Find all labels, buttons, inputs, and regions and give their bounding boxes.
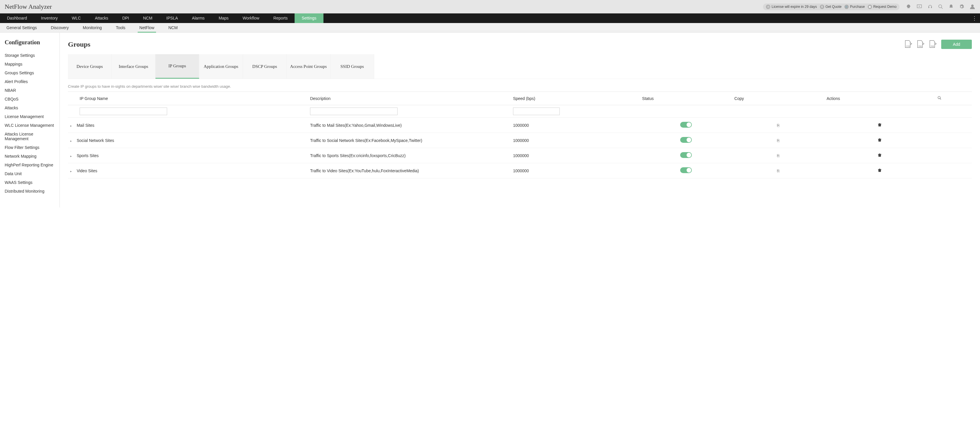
- table-row: ▸ Video Sites Traffic to Video Sites(Ex:…: [68, 163, 972, 178]
- sidebar-item-highperf-reporting-engine[interactable]: HighPerf Reporting Engine: [5, 160, 55, 169]
- sidebar-item-wlc-license-management[interactable]: WLC License Management: [5, 121, 55, 130]
- license-expiry[interactable]: ◷ License will expire in 29 days: [766, 5, 817, 9]
- export-xml2-icon[interactable]: XML: [929, 40, 937, 49]
- tab-dscp-groups[interactable]: DSCP Groups: [243, 54, 287, 79]
- headset-icon[interactable]: [928, 4, 933, 10]
- search-icon[interactable]: [938, 4, 943, 10]
- sidebar-item-attacks-license-management[interactable]: Attacks License Management: [5, 130, 55, 143]
- sidebar-item-waas-settings[interactable]: WAAS Settings: [5, 178, 55, 187]
- col-copy-header[interactable]: Copy: [732, 92, 824, 105]
- export-xml-icon[interactable]: XML: [917, 40, 925, 49]
- sidebar-item-mappings[interactable]: Mappings: [5, 60, 55, 68]
- user-icon[interactable]: [969, 4, 975, 10]
- get-quote-link[interactable]: $ Get Quote: [820, 5, 842, 9]
- filter-description-input[interactable]: [310, 108, 398, 115]
- tab-ssid-groups[interactable]: SSID Groups: [331, 54, 374, 79]
- nav-item-settings[interactable]: Settings: [294, 13, 323, 23]
- get-quote-text: Get Quote: [826, 5, 842, 9]
- sidebar-item-network-mapping[interactable]: Network Mapping: [5, 152, 55, 160]
- col-speed-header[interactable]: Speed (bps): [511, 92, 640, 105]
- sidebar-item-data-unit[interactable]: Data Unit: [5, 169, 55, 178]
- sidebar-item-alert-profiles[interactable]: Alert Profiles: [5, 77, 55, 86]
- status-toggle[interactable]: [680, 167, 692, 173]
- tab-device-groups[interactable]: Device Groups: [68, 54, 112, 79]
- page-actions: CSV XML XML Add: [904, 40, 972, 49]
- copy-icon[interactable]: ⎘: [777, 168, 780, 173]
- filter-speed-input[interactable]: [513, 108, 560, 115]
- subnav-item-ncm[interactable]: NCM: [167, 23, 180, 33]
- bell-icon[interactable]: [948, 4, 954, 10]
- col-status-header[interactable]: Status: [640, 92, 732, 105]
- delete-icon[interactable]: [878, 138, 882, 143]
- nav-item-ncm[interactable]: NCM: [136, 13, 159, 23]
- table-search-icon[interactable]: [937, 96, 942, 101]
- delete-icon[interactable]: [878, 122, 882, 128]
- nav-item-attacks[interactable]: Attacks: [88, 13, 115, 23]
- tab-access-point-groups[interactable]: Access Point Groups: [287, 54, 331, 79]
- export-csv-icon[interactable]: CSV: [904, 40, 913, 49]
- nav-item-dashboard[interactable]: Dashboard: [0, 13, 34, 23]
- sidebar-item-attacks[interactable]: Attacks: [5, 103, 55, 112]
- gear-icon[interactable]: [959, 4, 964, 10]
- tab-interface-groups[interactable]: Interface Groups: [112, 54, 156, 79]
- expand-icon[interactable]: ▸: [70, 170, 73, 173]
- copy-icon[interactable]: ⎘: [777, 123, 780, 128]
- nav-item-reports[interactable]: Reports: [266, 13, 294, 23]
- svg-point-2: [939, 5, 942, 8]
- subnav-item-netflow[interactable]: NetFlow: [138, 23, 156, 33]
- add-button[interactable]: Add: [941, 40, 972, 49]
- col-actions-header[interactable]: Actions: [824, 92, 935, 105]
- col-description-header[interactable]: Description: [308, 92, 511, 105]
- nav-item-inventory[interactable]: Inventory: [34, 13, 65, 23]
- sidebar-list: Storage SettingsMappingsGroups SettingsA…: [5, 51, 55, 195]
- subnav-item-discovery[interactable]: Discovery: [49, 23, 70, 33]
- status-toggle[interactable]: [680, 137, 692, 143]
- sidebar-item-nbar[interactable]: NBAR: [5, 86, 55, 95]
- nav-item-wlc[interactable]: WLC: [65, 13, 88, 23]
- license-icon: ◷: [766, 5, 770, 9]
- copy-icon[interactable]: ⎘: [777, 153, 780, 158]
- delete-icon[interactable]: [878, 168, 882, 173]
- sidebar-item-license-management[interactable]: License Management: [5, 112, 55, 121]
- license-bar: ◷ License will expire in 29 days $ Get Q…: [763, 3, 899, 10]
- tab-application-groups[interactable]: Application Groups: [199, 54, 243, 79]
- expand-icon[interactable]: ▸: [70, 154, 73, 158]
- nav-item-maps[interactable]: Maps: [212, 13, 235, 23]
- page-title: Groups: [68, 41, 91, 48]
- expand-icon[interactable]: ▸: [70, 124, 73, 127]
- filter-name-input[interactable]: [80, 108, 167, 115]
- col-name-header[interactable]: IP Group Name: [70, 96, 108, 101]
- nav-item-ipsla[interactable]: IPSLA: [159, 13, 185, 23]
- sidebar-item-cbqos[interactable]: CBQoS: [5, 95, 55, 103]
- tab-ip-groups[interactable]: IP Groups: [156, 54, 199, 79]
- copy-icon[interactable]: ⎘: [777, 138, 780, 143]
- svg-text:XML: XML: [931, 45, 935, 47]
- dollar-icon: $: [820, 5, 824, 9]
- row-name[interactable]: Mail Sites: [77, 123, 94, 128]
- request-demo-link[interactable]: ▣ Request Demo: [868, 5, 897, 9]
- status-toggle[interactable]: [680, 122, 692, 128]
- sidebar-item-storage-settings[interactable]: Storage Settings: [5, 51, 55, 60]
- rocket-icon[interactable]: [906, 4, 911, 10]
- subnav-item-monitoring[interactable]: Monitoring: [81, 23, 103, 33]
- status-toggle[interactable]: [680, 152, 692, 158]
- delete-icon[interactable]: [878, 153, 882, 158]
- row-name[interactable]: Video Sites: [77, 168, 97, 173]
- nav-item-alarms[interactable]: Alarms: [185, 13, 212, 23]
- nav-more-icon[interactable]: ⋮: [972, 15, 977, 22]
- subnav-item-tools[interactable]: Tools: [114, 23, 127, 33]
- sub-nav: General SettingsDiscoveryMonitoringTools…: [0, 23, 980, 33]
- subnav-item-general-settings[interactable]: General Settings: [5, 23, 38, 33]
- nav-item-workflow[interactable]: Workflow: [235, 13, 266, 23]
- row-name[interactable]: Social Network Sites: [77, 138, 114, 143]
- row-name[interactable]: Sports Sites: [77, 153, 99, 158]
- sidebar-item-flow-filter-settings[interactable]: Flow Filter Settings: [5, 143, 55, 152]
- nav-item-dpi[interactable]: DPI: [115, 13, 136, 23]
- page-head: Groups CSV XML XML Add: [68, 40, 972, 49]
- purchase-text: Purchase: [850, 5, 865, 9]
- expand-icon[interactable]: ▸: [70, 139, 73, 143]
- purchase-link[interactable]: 🛒 Purchase: [845, 5, 865, 9]
- presentation-icon[interactable]: [916, 4, 922, 10]
- sidebar-item-groups-settings[interactable]: Groups Settings: [5, 68, 55, 77]
- sidebar-item-distributed-monitoring[interactable]: Distributed Monitoring: [5, 187, 55, 195]
